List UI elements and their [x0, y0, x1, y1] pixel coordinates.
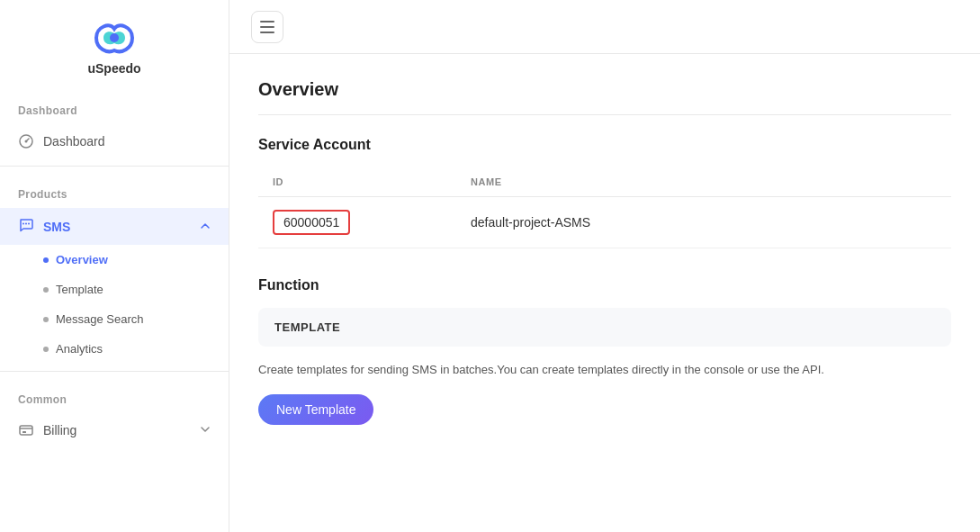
id-cell: 60000051 — [273, 210, 471, 235]
service-account-title: Service Account — [258, 137, 951, 153]
submenu-item-template[interactable]: Template — [0, 275, 229, 304]
hamburger-button[interactable] — [251, 11, 283, 43]
logo-container: uSpeedo — [0, 0, 229, 90]
billing-label: Billing — [43, 423, 191, 437]
table-header: ID NAME — [258, 167, 951, 197]
dot-analytics — [43, 347, 49, 352]
template-card-title: TEMPLATE — [274, 320, 935, 334]
topbar — [229, 0, 980, 54]
uspeedo-logo-icon — [87, 18, 141, 58]
svg-point-5 — [28, 223, 30, 225]
dashboard-label: Dashboard — [43, 134, 105, 149]
submenu-item-analytics[interactable]: Analytics — [0, 334, 229, 364]
chevron-down-icon — [200, 423, 211, 437]
svg-point-3 — [22, 223, 24, 225]
main-content: Overview Service Account ID NAME 6000005… — [229, 0, 980, 532]
template-card: TEMPLATE — [258, 308, 951, 347]
function-description: Create templates for sending SMS in batc… — [258, 361, 951, 380]
name-value: default-project-ASMS — [471, 215, 590, 230]
function-title: Function — [258, 277, 951, 293]
sidebar-item-dashboard[interactable]: Dashboard — [0, 124, 229, 158]
page-header: Overview — [258, 79, 951, 115]
message-search-label: Message Search — [56, 312, 144, 326]
gauge-icon — [18, 133, 34, 149]
id-value: 60000051 — [273, 210, 350, 235]
submenu-item-message-search[interactable]: Message Search — [0, 304, 229, 334]
template-label: Template — [56, 283, 103, 296]
name-cell: default-project-ASMS — [471, 214, 937, 230]
sms-submenu: Overview Template Message Search Analyti… — [0, 245, 229, 364]
divider-1 — [0, 166, 229, 167]
svg-rect-6 — [20, 426, 32, 435]
function-section: Function TEMPLATE Create templates for s… — [258, 277, 951, 425]
chevron-up-icon — [200, 220, 211, 234]
table-row: 60000051 default-project-ASMS — [258, 197, 951, 248]
dot-message-search — [43, 317, 49, 322]
svg-point-2 — [25, 140, 28, 143]
new-template-button[interactable]: New Template — [258, 394, 373, 425]
dot-template — [43, 287, 49, 293]
sidebar: uSpeedo Dashboard Dashboard Products SMS — [0, 0, 229, 532]
app-name: uSpeedo — [87, 61, 140, 76]
common-section-label: Common — [0, 379, 229, 413]
overview-label: Overview — [56, 253, 108, 266]
col-name-header: NAME — [471, 176, 937, 187]
billing-icon — [18, 422, 34, 438]
content-area: Overview Service Account ID NAME 6000005… — [229, 54, 980, 450]
dot-overview — [43, 257, 49, 263]
dashboard-section-label: Dashboard — [0, 90, 229, 124]
divider-2 — [0, 371, 229, 372]
sms-icon — [18, 217, 34, 236]
sidebar-item-billing[interactable]: Billing — [0, 413, 229, 447]
col-id-header: ID — [273, 176, 471, 187]
sidebar-item-sms[interactable]: SMS — [0, 208, 229, 245]
hamburger-icon — [260, 21, 274, 33]
products-section-label: Products — [0, 174, 229, 208]
page-title: Overview — [258, 79, 951, 100]
svg-point-4 — [25, 223, 27, 225]
svg-point-0 — [110, 33, 119, 42]
service-account-section: Service Account ID NAME 60000051 default… — [258, 137, 951, 248]
sms-label: SMS — [43, 220, 191, 234]
submenu-item-overview[interactable]: Overview — [0, 245, 229, 275]
svg-rect-7 — [22, 431, 26, 433]
analytics-label: Analytics — [56, 342, 103, 356]
